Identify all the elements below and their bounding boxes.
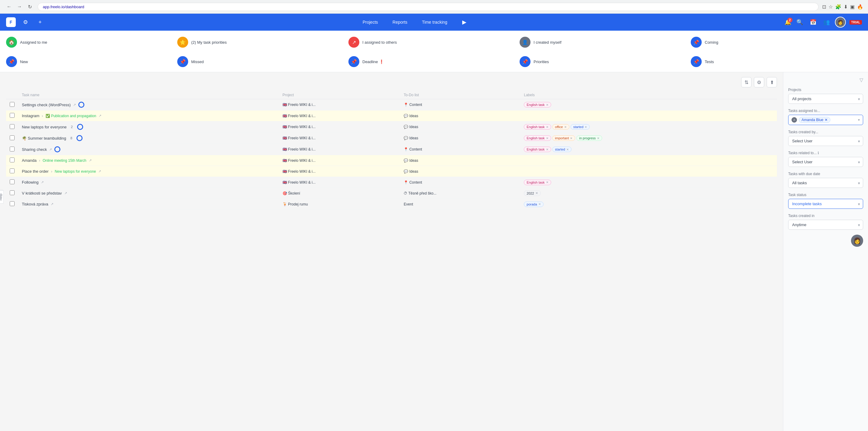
remove-label[interactable]: ✕ [546, 181, 549, 184]
related-to-info-icon[interactable]: ℹ [817, 151, 819, 155]
app-logo[interactable]: F [6, 17, 16, 27]
task-checkbox[interactable] [10, 124, 14, 129]
window-icon[interactable]: ▣ [850, 4, 855, 10]
task-toolbar: ⇅ ⚙ ⬆ [6, 77, 777, 87]
nav-projects[interactable]: Projects [360, 19, 380, 26]
task-name: New laptops for everyone [22, 125, 66, 129]
remove-label[interactable]: ✕ [546, 125, 549, 129]
filter-deadline[interactable]: 📌 Deadline ❗ [348, 54, 520, 69]
task-checkbox[interactable] [10, 147, 14, 151]
remove-label[interactable]: ✕ [597, 136, 599, 140]
settings-view-button[interactable]: ⚙ [754, 77, 764, 87]
created-in-select[interactable]: Anytime [788, 220, 863, 230]
filter-tests[interactable]: 📌 Tests [691, 54, 862, 69]
remove-label[interactable]: ✕ [564, 125, 567, 129]
task-external-link[interactable]: ↗ [64, 191, 67, 195]
created-myself-icon: 👤 [520, 37, 530, 48]
task-name: Amanda [22, 158, 36, 163]
task-progress-circle [76, 135, 83, 141]
puzzle-icon[interactable]: 🧩 [835, 4, 841, 10]
filter-priorities[interactable]: 📌 Priorities [520, 54, 691, 69]
nav-reports[interactable]: Reports [390, 19, 410, 26]
task-checkbox[interactable] [10, 157, 14, 162]
back-button[interactable]: ← [5, 2, 13, 11]
filter-icon-button[interactable]: ▽ [860, 77, 863, 83]
todo-cell: 💬 Ideas [404, 158, 517, 163]
todo-name: 📍 Content [404, 147, 422, 151]
remove-label[interactable]: ✕ [538, 203, 541, 206]
export-button[interactable]: ⬆ [767, 77, 777, 87]
remove-year[interactable]: ✕ [535, 191, 538, 195]
priorities-label: Priorities [533, 60, 549, 64]
filter-coming[interactable]: 📌 Coming [691, 34, 862, 50]
task-checkbox[interactable] [10, 135, 14, 140]
related-to-select[interactable]: Select User [788, 157, 863, 167]
fire-icon[interactable]: 🔥 [857, 4, 863, 10]
task-external-link[interactable]: ↗ [73, 103, 76, 107]
screen-icon[interactable]: ⊡ [822, 4, 826, 10]
labels-cell: English task ✕office ✕started ✕ [524, 124, 773, 130]
task-name: Place the order [22, 169, 49, 174]
task-external-link[interactable]: ↗ [49, 148, 52, 151]
task-checkbox[interactable] [10, 179, 14, 184]
task-status-select[interactable]: Incomplete tasks [788, 199, 863, 209]
remove-label[interactable]: ✕ [585, 125, 587, 129]
task-external-link[interactable]: ↗ [51, 202, 54, 206]
due-date-select-wrapper: All tasks [788, 178, 863, 188]
label-tag: important ✕ [552, 135, 576, 141]
projects-select[interactable]: All projects [788, 94, 863, 104]
settings-button[interactable]: ⚙ [21, 17, 30, 27]
nav-time-tracking[interactable]: Time tracking [420, 19, 450, 26]
remove-label[interactable]: ✕ [546, 148, 549, 151]
bookmark-icon[interactable]: ☆ [829, 4, 833, 10]
due-date-select[interactable]: All tasks [788, 178, 863, 188]
notification-button[interactable]: 🔔 2 [784, 19, 791, 26]
task-row: Amanda›Online meeting 15th March↗🇬🇧 Free… [6, 155, 777, 166]
users-button[interactable]: 👥 [822, 17, 831, 27]
todo-name: 📍 Content [404, 102, 422, 107]
search-button[interactable]: 🔍 [795, 17, 805, 27]
task-row: Tisková zpráva↗🍹 Prodej rumuEventporada … [6, 199, 777, 210]
filter-created-myself[interactable]: 👤 I created myself [520, 34, 691, 50]
filter-assigned-to-me[interactable]: 🏠 Assigned to me [6, 34, 177, 50]
projects-section: Projects All projects [788, 88, 863, 104]
header-center: Projects Reports Time tracking ▶ [45, 17, 784, 27]
address-bar[interactable]: app.freelo.io/dashboard [38, 3, 818, 11]
remove-label[interactable]: ✕ [570, 136, 572, 140]
task-checkbox[interactable] [10, 113, 14, 118]
task-external-link[interactable]: ↗ [98, 170, 101, 173]
assigned-to-select[interactable]: A Amanda Blue ✕ ▾ [788, 115, 863, 125]
task-checkbox[interactable] [10, 201, 14, 206]
help-tab[interactable]: Help [0, 190, 4, 204]
task-external-link[interactable]: ↗ [99, 114, 101, 118]
remove-assigned-user[interactable]: ✕ [825, 118, 828, 122]
task-checkbox[interactable] [10, 168, 14, 173]
reload-button[interactable]: ↻ [26, 2, 34, 11]
filters-row-1: 🏠 Assigned to me ⭐ (2) My task prioritie… [6, 31, 862, 54]
todo-cell: 💬 Ideas [404, 114, 517, 118]
task-checkbox[interactable] [10, 102, 14, 107]
filter-assigned-to-others[interactable]: ↗ I assigned to others [348, 34, 520, 50]
task-external-link[interactable]: ↗ [41, 180, 44, 184]
assigned-to-others-icon: ↗ [348, 37, 359, 48]
task-external-link[interactable]: ↗ [89, 158, 92, 162]
add-button[interactable]: + [35, 17, 45, 27]
help-tab-label[interactable]: Help [0, 190, 4, 204]
browser-nav[interactable]: ← → ↻ [5, 2, 34, 11]
filter-new[interactable]: 📌 New [6, 54, 177, 69]
task-name-cell: Settings check (WordPress)↗ [22, 102, 275, 108]
download-icon[interactable]: ⬇ [844, 4, 848, 10]
sort-button[interactable]: ⇅ [741, 77, 751, 87]
due-date-label: Tasks with due date [788, 172, 863, 176]
remove-label[interactable]: ✕ [566, 148, 569, 151]
remove-label[interactable]: ✕ [546, 103, 549, 106]
user-avatar[interactable]: 👩 [835, 17, 846, 28]
created-by-select[interactable]: Select User [788, 136, 863, 146]
filter-my-task-priorities[interactable]: ⭐ (2) My task priorities [177, 34, 348, 50]
forward-button[interactable]: → [15, 2, 24, 11]
play-button[interactable]: ▶ [460, 17, 469, 27]
remove-label[interactable]: ✕ [546, 136, 549, 140]
calendar-button[interactable]: 📅 [808, 17, 818, 27]
filter-missed[interactable]: 📌 Missed [177, 54, 348, 69]
task-checkbox[interactable] [10, 190, 14, 195]
